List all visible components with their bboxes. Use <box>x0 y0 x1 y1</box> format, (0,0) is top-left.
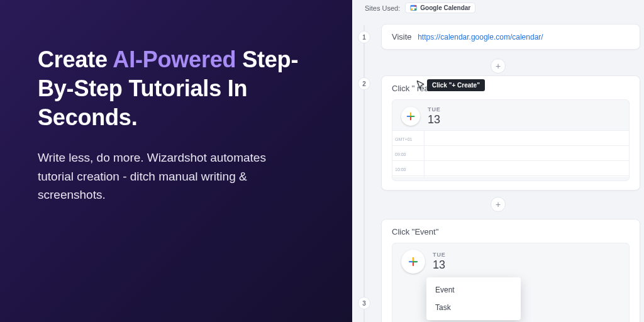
add-step-button[interactable]: + <box>491 58 506 74</box>
sites-used-row: Sites Used: Google Calendar <box>365 3 475 13</box>
calendar-time-3: 10:00 <box>395 162 412 177</box>
hero-subhead: Write less, do more. Wizardshot automate… <box>38 148 302 204</box>
svg-rect-3 <box>411 8 413 10</box>
step-2-tooltip: Click "+ Create" <box>427 79 485 91</box>
timeline-node-3-number: 3 <box>362 300 366 307</box>
calendar-day-of-week: TUE <box>428 106 441 113</box>
calendar-day-of-month: 13 <box>428 113 441 126</box>
step-2-screenshot: TUE 13 GMT+01 09:00 10:00 <box>392 99 630 181</box>
calendar-header: TUE 13 <box>392 100 629 130</box>
calendar-time-labels: GMT+01 09:00 10:00 <box>395 132 412 177</box>
step-3-screenshot: TUE 13 Event Task <box>392 243 630 322</box>
step-card-3: Click "Event" TUE 13 Event Task <box>381 219 640 322</box>
step-card-2: Click " reate" TUE 13 GMT+01 09:00 <box>381 75 640 191</box>
hero-headline: Create AI-Powered Step-By-Step Tutorials… <box>38 45 314 132</box>
calendar-day-column: TUE 13 <box>433 252 446 272</box>
svg-rect-2 <box>414 8 416 10</box>
tutorial-preview-panel: Sites Used: Google Calendar 1 2 3 Visite… <box>352 0 644 322</box>
svg-rect-4 <box>414 5 416 6</box>
timeline-node-3: 3 <box>358 297 370 309</box>
calendar-day-of-week: TUE <box>433 252 446 258</box>
site-chip-google-calendar[interactable]: Google Calendar <box>405 3 475 13</box>
step-3-title: Click "Event" <box>392 227 630 236</box>
google-calendar-icon <box>410 4 417 11</box>
dropdown-item-event[interactable]: Event <box>426 281 521 299</box>
calendar-time-2: 09:00 <box>395 147 412 162</box>
timeline-node-1-number: 1 <box>362 34 366 41</box>
google-create-fab[interactable] <box>401 250 425 274</box>
timeline-node-1: 1 <box>358 31 370 43</box>
step-card-1: Visite https://calendar.google.com/calen… <box>381 24 640 50</box>
step-1-action: Visite <box>392 32 412 42</box>
headline-pre: Create <box>38 47 113 72</box>
hero-left-panel: Create AI-Powered Step-By-Step Tutorials… <box>0 0 352 322</box>
sites-used-label: Sites Used: <box>365 4 400 12</box>
timeline-node-2-number: 2 <box>362 80 366 87</box>
calendar-day-column: TUE 13 <box>428 106 441 126</box>
timeline-rail <box>364 25 365 322</box>
step-1-title-row: Visite https://calendar.google.com/calen… <box>392 32 630 42</box>
calendar-day-of-month: 13 <box>433 258 446 272</box>
step-1-url-link[interactable]: https://calendar.google.com/calendar/ <box>418 33 543 42</box>
plus-icon: + <box>496 61 501 71</box>
headline-accent: AI-Powered <box>113 47 236 72</box>
site-chip-label: Google Calendar <box>420 4 470 11</box>
calendar-time-1: GMT+01 <box>395 132 412 147</box>
dropdown-item-task[interactable]: Task <box>426 299 521 316</box>
calendar-grid: GMT+01 09:00 10:00 <box>392 130 629 177</box>
create-dropdown: Event Task <box>426 277 521 320</box>
timeline-node-2: 2 <box>358 77 370 90</box>
calendar-header: TUE 13 <box>392 243 629 277</box>
google-create-fab[interactable] <box>401 107 420 126</box>
add-step-button[interactable]: + <box>491 197 506 212</box>
plus-icon: + <box>496 199 501 209</box>
cursor-icon <box>416 80 426 90</box>
